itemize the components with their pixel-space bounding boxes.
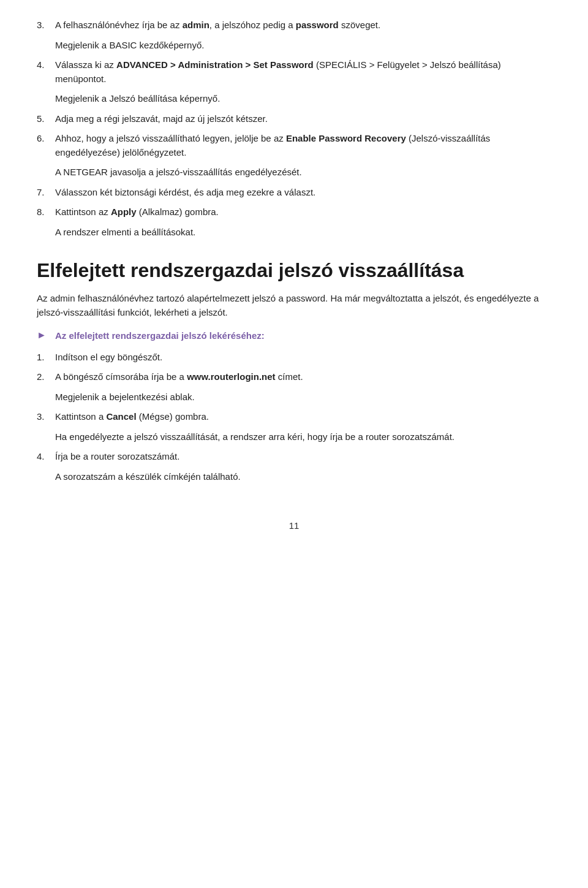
list-item: 8. Kattintson az Apply (Alkalmaz) gombra… (37, 205, 551, 219)
sub-paragraph: A rendszer elmenti a beállításokat. (55, 226, 551, 240)
list-item: 6. Ahhoz, hogy a jelszó visszaállítható … (37, 132, 551, 159)
item-text: Írja be a router sorozatszámát. (55, 450, 551, 464)
sub-paragraph: Megjelenik a BASIC kezdőképernyő. (55, 39, 551, 53)
sub-paragraph: Megjelenik a bejelentkezési ablak. (55, 390, 551, 404)
item-text: Ahhoz, hogy a jelszó visszaállítható leg… (55, 132, 551, 159)
sub-paragraph: Ha engedélyezte a jelszó visszaállítását… (55, 430, 551, 444)
page-number: 11 (37, 520, 551, 531)
item-text: Kattintson az Apply (Alkalmaz) gombra. (55, 205, 551, 219)
item-number: 3. (37, 18, 55, 32)
arrow-list-item: ► Az elfelejtett rendszergazdai jelszó l… (37, 329, 551, 343)
item-number: 3. (37, 410, 55, 424)
item-text: A felhasználónévhez írja be az admin, a … (55, 18, 551, 32)
item-number: 4. (37, 450, 55, 464)
page-content: 3. A felhasználónévhez írja be az admin,… (37, 18, 551, 531)
sub-paragraph: Megjelenik a Jelszó beállítása képernyő. (55, 92, 551, 106)
item-text: Adja meg a régi jelszavát, majd az új je… (55, 112, 551, 126)
sub-paragraph: A NETGEAR javasolja a jelszó-visszaállít… (55, 165, 551, 180)
arrow-label: Az elfelejtett rendszergazdai jelszó lek… (55, 329, 265, 343)
item-number: 8. (37, 205, 55, 219)
item-text: Kattintson a Cancel (Mégse) gombra. (55, 410, 551, 424)
list-item: 4. Írja be a router sorozatszámát. (37, 450, 551, 464)
item-text: Válasszon két biztonsági kérdést, és adj… (55, 186, 551, 200)
item-number: 7. (37, 186, 55, 200)
item-number: 4. (37, 58, 55, 86)
instructions-list: 3. A felhasználónévhez írja be az admin,… (37, 18, 551, 239)
list-item: 2. A böngésző címsorába írja be a www.ro… (37, 370, 551, 384)
item-text: Indítson el egy böngészőt. (55, 351, 551, 365)
item-number: 1. (37, 351, 55, 365)
item-number: 6. (37, 132, 55, 159)
list-item: 3. Kattintson a Cancel (Mégse) gombra. (37, 410, 551, 424)
item-text: A böngésző címsorába írja be a www.route… (55, 370, 551, 384)
arrow-icon: ► (37, 330, 49, 341)
sub-instructions-list: 1. Indítson el egy böngészőt. 2. A böngé… (37, 351, 551, 484)
list-item: 7. Válasszon két biztonsági kérdést, és … (37, 186, 551, 200)
list-item: 5. Adja meg a régi jelszavát, majd az új… (37, 112, 551, 126)
intro-paragraph: Az admin felhasználónévhez tartozó alapé… (37, 292, 551, 319)
section-heading: Elfelejtett rendszergazdai jelszó vissza… (37, 259, 551, 282)
list-item: 1. Indítson el egy böngészőt. (37, 351, 551, 365)
sub-paragraph: A sorozatszám a készülék címkéjén találh… (55, 470, 551, 484)
item-number: 2. (37, 370, 55, 384)
item-number: 5. (37, 112, 55, 126)
item-text: Válassza ki az ADVANCED > Administration… (55, 58, 551, 86)
list-item: 3. A felhasználónévhez írja be az admin,… (37, 18, 551, 32)
list-item: 4. Válassza ki az ADVANCED > Administrat… (37, 58, 551, 86)
